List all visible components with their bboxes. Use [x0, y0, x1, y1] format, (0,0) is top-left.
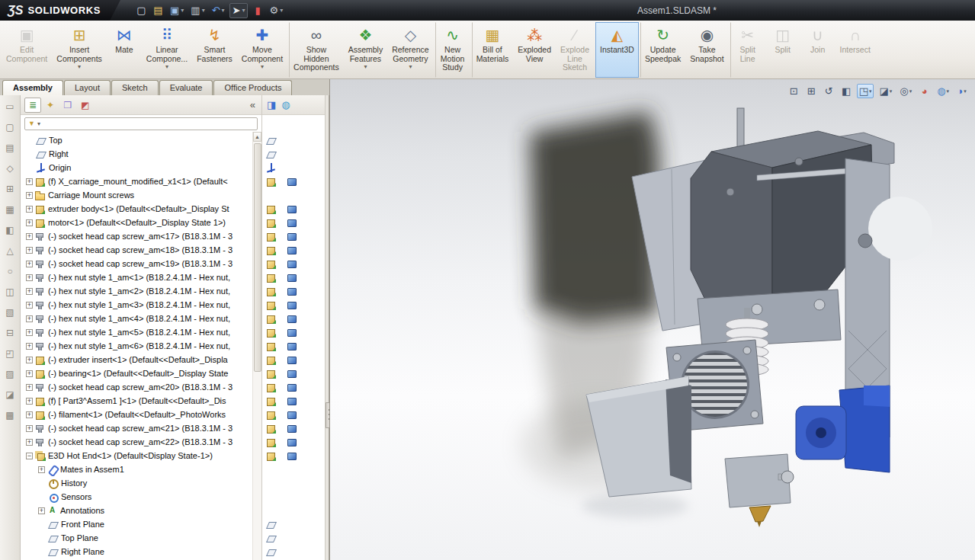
- new-motion-study-button[interactable]: ∿ New Motion Study: [435, 22, 470, 78]
- zoom-to-area-button[interactable]: ⊞: [804, 84, 819, 98]
- expander[interactable]: [26, 439, 33, 446]
- left-tool-icon[interactable]: △: [6, 245, 13, 256]
- graphics-viewport[interactable]: ⊡ ⊞ ↺ ◧ ◳ ◪: [329, 79, 975, 560]
- expander[interactable]: [26, 453, 33, 459]
- display-pane-row[interactable]: [262, 462, 325, 476]
- left-tool-icon[interactable]: ⊟: [6, 328, 14, 338]
- edit-component-button[interactable]: ▣ Edit Component: [2, 22, 52, 78]
- expander[interactable]: [26, 178, 33, 185]
- left-tool-icon[interactable]: ▧: [5, 307, 14, 318]
- tree-item-bearing[interactable]: (-) bearing<1> (Default<<Default>_Displa…: [21, 366, 252, 380]
- expander[interactable]: [26, 315, 33, 322]
- select-icon[interactable]: ➤: [229, 3, 249, 18]
- explode-line-sketch-button[interactable]: ∕ Explode Line Sketch: [556, 22, 594, 78]
- tab-evaluate[interactable]: Evaluate: [159, 80, 213, 95]
- left-tool-icon[interactable]: ◪: [5, 389, 14, 400]
- display-pane-row[interactable]: [262, 298, 325, 312]
- tree-item-x-carriage-mount[interactable]: (f) X_carriage_mount_modified_x1<1> (Def…: [21, 174, 252, 188]
- display-pane-row[interactable]: [262, 353, 325, 366]
- tree-item-front-plane[interactable]: Front Plane: [21, 517, 252, 531]
- expander[interactable]: [37, 520, 47, 529]
- section-view-button[interactable]: ◧: [839, 84, 854, 98]
- display-pane-row[interactable]: [262, 476, 325, 490]
- tree-scrollbar[interactable]: ▲: [252, 132, 261, 560]
- linear-component-pattern-button[interactable]: ⠿ Linear Compone...: [142, 22, 192, 78]
- insert-components-button[interactable]: ⊞ Insert Components: [52, 22, 107, 78]
- display-pane-row[interactable]: [262, 339, 325, 353]
- model-top-pin[interactable]: [737, 108, 744, 148]
- tab-sketch[interactable]: Sketch: [111, 80, 159, 95]
- expander[interactable]: [26, 357, 33, 363]
- tree-item-annotations[interactable]: Annotations: [21, 504, 252, 517]
- tree-item-origin[interactable]: Origin: [21, 161, 252, 174]
- expander[interactable]: [26, 192, 33, 199]
- new-document-icon[interactable]: ▢: [134, 3, 149, 18]
- display-pane-row[interactable]: [262, 380, 325, 394]
- move-component-button[interactable]: ✚ Move Component: [237, 22, 287, 78]
- display-pane-row[interactable]: [262, 161, 325, 174]
- configurationmanager-tab[interactable]: ❒: [59, 98, 76, 113]
- display-pane-row[interactable]: [262, 147, 325, 161]
- tree-item-socket-screw-22[interactable]: (-) socket head cap screw_am<22> (B18.3.…: [21, 435, 252, 449]
- display-pane-appearance-icon[interactable]: ◨: [267, 99, 276, 110]
- display-pane-row[interactable]: [262, 435, 325, 449]
- tab-assembly[interactable]: Assembly: [2, 80, 63, 95]
- left-tool-icon[interactable]: ▨: [5, 369, 14, 379]
- tab-layout[interactable]: Layout: [64, 80, 111, 95]
- assembly-3d-model[interactable]: [330, 79, 975, 560]
- left-tool-icon[interactable]: ○: [7, 266, 12, 277]
- assembly-features-button[interactable]: ❖ Assembly Features: [344, 22, 388, 78]
- intersect-button[interactable]: ∩ Intersect: [835, 22, 875, 78]
- expander[interactable]: [26, 206, 33, 213]
- tree-filter-input[interactable]: ▼ ▾: [24, 117, 258, 130]
- displaymanager-tab[interactable]: ◩: [77, 98, 94, 113]
- tree-item-part3[interactable]: (f) [ Part3^Assem1 ]<1> (Default<<Defaul…: [21, 394, 252, 408]
- model-mid-bracket[interactable]: [698, 290, 841, 347]
- tree-item-motor[interactable]: motor<1> (Default<<Default>_Display Stat…: [21, 216, 252, 229]
- expander[interactable]: [26, 288, 33, 295]
- model-blue-bracket[interactable]: [839, 386, 890, 472]
- expander[interactable]: [26, 343, 33, 350]
- expander[interactable]: [37, 534, 47, 542]
- mate-button[interactable]: ⋈ Mate: [107, 22, 142, 78]
- tree-item-filament[interactable]: (-) filament<1> (Default<<Default>_Photo…: [21, 408, 252, 421]
- display-pane-row[interactable]: [262, 229, 325, 243]
- print-icon[interactable]: ▥: [188, 3, 207, 18]
- display-pane-row[interactable]: [262, 504, 325, 517]
- expander[interactable]: [25, 164, 35, 172]
- expander[interactable]: [26, 219, 33, 226]
- tree-item-socket-screw-21[interactable]: (-) socket head cap screw_am<21> (B18.3.…: [21, 421, 252, 435]
- display-pane-row[interactable]: [262, 545, 325, 558]
- tree-item-hex-nut-5[interactable]: (-) hex nut style 1_am<5> (B18.2.4.1M - …: [21, 325, 252, 339]
- left-tool-icon[interactable]: ▢: [5, 122, 14, 133]
- display-pane-row[interactable]: [262, 325, 325, 339]
- expander[interactable]: [25, 150, 35, 158]
- display-pane-row[interactable]: [262, 449, 325, 462]
- display-pane-row[interactable]: [262, 284, 325, 298]
- display-pane-row[interactable]: [262, 270, 325, 284]
- view-settings-button[interactable]: ◑: [954, 84, 969, 98]
- take-snapshot-button[interactable]: ◉ Take Snapshot: [685, 22, 728, 78]
- expander[interactable]: [37, 493, 47, 501]
- tree-item-hex-nut-2[interactable]: (-) hex nut style 1_am<2> (B18.2.4.1M - …: [21, 284, 252, 298]
- update-speedpak-button[interactable]: ↻ Update Speedpak: [640, 22, 685, 78]
- expander[interactable]: [26, 261, 33, 267]
- display-pane-row[interactable]: [262, 517, 325, 531]
- expander[interactable]: [25, 136, 35, 145]
- expander[interactable]: [38, 507, 45, 514]
- tree-item-extruder-insert[interactable]: (-) extruder insert<1> (Default<<Default…: [21, 353, 252, 366]
- display-pane-row[interactable]: [262, 188, 325, 202]
- split-line-button[interactable]: ✂ Split Line: [730, 22, 765, 78]
- join-button[interactable]: ∪ Join: [800, 22, 835, 78]
- display-pane-row[interactable]: [262, 216, 325, 229]
- expander[interactable]: [26, 274, 33, 281]
- tree-item-socket-screw-20[interactable]: (-) socket head cap screw_am<20> (B18.3.…: [21, 380, 252, 394]
- open-icon[interactable]: ▤: [151, 3, 165, 18]
- hide-show-items-button[interactable]: ◎: [897, 84, 914, 98]
- expander[interactable]: [26, 329, 33, 336]
- split-button[interactable]: ◫ Split: [765, 22, 800, 78]
- expander[interactable]: [26, 411, 33, 418]
- left-tool-icon[interactable]: ◰: [5, 348, 14, 359]
- tree-item-carriage-mount-screws-folder[interactable]: Carriage Mount screws: [21, 188, 252, 202]
- left-tool-icon[interactable]: ◇: [6, 163, 13, 174]
